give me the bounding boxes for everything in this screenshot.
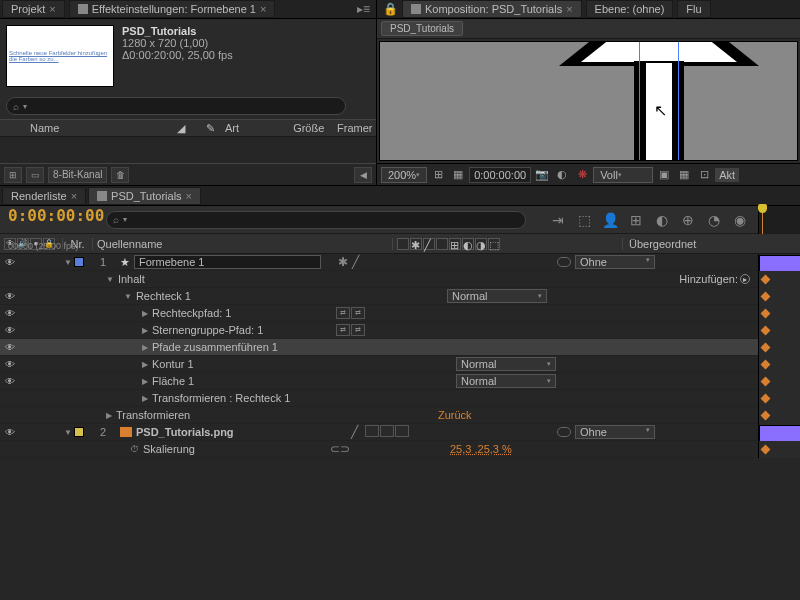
nav-prev-icon[interactable]: ◀	[354, 167, 372, 183]
draft-3d-icon[interactable]: ⬚	[574, 210, 594, 230]
layer-row-formebene[interactable]: 👁 ▼ 1 ★ Formebene 1 ✱ ╱ Ohne▾	[0, 254, 800, 271]
tab-renderliste[interactable]: Renderliste ×	[2, 187, 86, 205]
close-icon[interactable]: ×	[260, 3, 266, 15]
property-row-inhalt[interactable]: ▼Inhalt Hinzufügen: ▸	[0, 271, 800, 288]
transparency-grid-icon[interactable]: ▦	[675, 167, 693, 183]
path-direction-icon[interactable]: ⇄	[351, 307, 365, 319]
tab-ebene[interactable]: Ebene: (ohne)	[586, 0, 674, 18]
color-mgmt-icon[interactable]: ❋	[573, 167, 591, 183]
switch-icon[interactable]	[365, 425, 379, 437]
property-row-pfadezusammen[interactable]: 👁 ▶Pfade zusammenführen 1	[0, 339, 800, 356]
layer-row-psd-png[interactable]: 👁 ▼ 2 PSD_Tutorials.png ╱ Ohne▾	[0, 424, 800, 441]
visibility-toggle-icon[interactable]: 👁	[4, 308, 16, 319]
close-icon[interactable]: ×	[71, 190, 77, 202]
layer-track[interactable]	[758, 305, 800, 322]
current-timecode[interactable]: 0:00:00:00	[0, 206, 102, 225]
layer-name-input[interactable]: Formebene 1	[134, 255, 321, 269]
expand-toggle-icon[interactable]: ▼	[62, 258, 74, 267]
pickwhip-icon[interactable]	[557, 257, 571, 267]
col-quellenname[interactable]: Quellenname	[92, 238, 392, 250]
visibility-toggle-icon[interactable]: 👁	[4, 376, 16, 387]
property-row-transformieren[interactable]: ▶Transformieren Zurück	[0, 407, 800, 424]
property-row-rechteck1[interactable]: 👁 ▼Rechteck 1 Normal▾	[0, 288, 800, 305]
tab-effekteinstellungen[interactable]: Effekteinstellungen: Formebene 1 ×	[69, 0, 276, 18]
visibility-toggle-icon[interactable]: 👁	[4, 359, 16, 370]
keyframe-icon[interactable]	[761, 342, 771, 352]
project-search-input[interactable]: ⌕ ▾	[6, 97, 346, 115]
layer-track[interactable]	[758, 271, 800, 288]
keyframe-icon[interactable]	[761, 376, 771, 386]
expand-toggle-icon[interactable]: ▶	[142, 309, 148, 318]
property-row-skalierung[interactable]: ⏱Skalierung ⊂⊃ 25,3 ,25,3 %	[0, 441, 800, 458]
visibility-toggle-icon[interactable]: 👁	[4, 342, 16, 353]
stopwatch-icon[interactable]: ⏱	[130, 444, 139, 454]
frame-blend-icon[interactable]: ⊞	[626, 210, 646, 230]
switch-icon[interactable]	[380, 425, 394, 437]
panel-menu-icon[interactable]: ▸≡	[353, 2, 374, 16]
close-icon[interactable]: ×	[49, 3, 55, 15]
blend-mode-dropdown[interactable]: Normal▾	[447, 289, 547, 303]
layer-track[interactable]	[758, 407, 800, 424]
preview-time[interactable]: 0:00:00:00	[469, 167, 531, 183]
label-color[interactable]	[74, 257, 84, 267]
keyframe-icon[interactable]	[761, 393, 771, 403]
thumbnail[interactable]: Schnelle neue Farbfelder hinzufügen die …	[6, 25, 114, 87]
brainstorm-icon[interactable]: ⊕	[678, 210, 698, 230]
auto-keyframe-icon[interactable]: ◉	[730, 210, 750, 230]
comp-mini-tab[interactable]: PSD_Tutorials	[381, 21, 463, 36]
layer-track[interactable]	[758, 322, 800, 339]
tab-projekt[interactable]: Projekt ×	[2, 0, 65, 18]
motion-blur-icon[interactable]: ◐	[652, 210, 672, 230]
parent-dropdown[interactable]: Ohne▾	[575, 255, 655, 269]
collapse-transform-icon[interactable]: ✱	[338, 255, 348, 269]
resolution-dropdown[interactable]: Voll ▾	[593, 167, 653, 183]
new-folder-icon[interactable]: ▭	[26, 167, 44, 183]
add-shape-button[interactable]: Hinzufügen: ▸	[679, 273, 750, 285]
quality-icon[interactable]: ╱	[351, 425, 358, 439]
keyframe-icon[interactable]	[761, 359, 771, 369]
expand-toggle-icon[interactable]: ▶	[106, 411, 112, 420]
path-direction-icon[interactable]: ⇄	[336, 324, 350, 336]
label-color[interactable]	[74, 427, 84, 437]
constrain-proportions-icon[interactable]: ⊂⊃	[330, 442, 350, 456]
keyframe-icon[interactable]	[761, 291, 771, 301]
path-direction-icon[interactable]: ⇄	[351, 324, 365, 336]
expand-toggle-icon[interactable]: ▶	[142, 394, 148, 403]
keyframe-icon[interactable]	[761, 444, 771, 454]
col-framer[interactable]: Framer	[337, 122, 376, 134]
keyframe-icon[interactable]	[761, 308, 771, 318]
lock-icon[interactable]: 🔒	[379, 2, 402, 16]
keyframe-icon[interactable]	[761, 410, 771, 420]
keyframe-icon[interactable]	[761, 325, 771, 335]
arrow-shape-layer[interactable]: ↖	[569, 41, 749, 161]
expand-toggle-icon[interactable]: ▼	[124, 292, 132, 301]
expand-toggle-icon[interactable]: ▶	[142, 377, 148, 386]
expand-toggle-icon[interactable]: ▶	[142, 360, 148, 369]
layer-track[interactable]	[758, 390, 800, 407]
roi-icon[interactable]: ▣	[655, 167, 673, 183]
property-row-kontur1[interactable]: 👁 ▶Kontur 1 Normal▾	[0, 356, 800, 373]
layer-track[interactable]	[758, 339, 800, 356]
playhead[interactable]	[762, 206, 763, 234]
expand-toggle-icon[interactable]: ▶	[142, 343, 148, 352]
col-label-icon[interactable]: ✎	[196, 122, 225, 135]
col-name[interactable]: Name	[30, 122, 166, 134]
expand-toggle-icon[interactable]: ▶	[142, 326, 148, 335]
blend-mode-dropdown[interactable]: Normal▾	[456, 357, 556, 371]
dropdown-icon[interactable]: ▾	[123, 215, 127, 224]
timeline-search-input[interactable]: ⌕ ▾	[106, 211, 526, 229]
col-tag-icon[interactable]: ◢	[166, 122, 195, 135]
active-camera-label[interactable]: Akt	[715, 168, 739, 182]
path-direction-icon[interactable]: ⇄	[336, 307, 350, 319]
property-row-flaeche1[interactable]: 👁 ▶Fläche 1 Normal▾	[0, 373, 800, 390]
tab-komposition[interactable]: Komposition: PSD_Tutorials ×	[402, 0, 582, 18]
expand-toggle-icon[interactable]: ▼	[106, 275, 114, 284]
layer-track[interactable]	[758, 441, 800, 458]
mask-icon[interactable]: ▦	[449, 167, 467, 183]
bpc-toggle[interactable]: 8-Bit-Kanal	[48, 167, 107, 183]
property-row-sternengruppe[interactable]: 👁 ▶Sternengruppe-Pfad: 1 ⇄⇄	[0, 322, 800, 339]
close-icon[interactable]: ×	[566, 3, 572, 15]
safe-zones-icon[interactable]: ⊞	[429, 167, 447, 183]
channel-icon[interactable]: ◐	[553, 167, 571, 183]
layer-track[interactable]	[758, 373, 800, 390]
